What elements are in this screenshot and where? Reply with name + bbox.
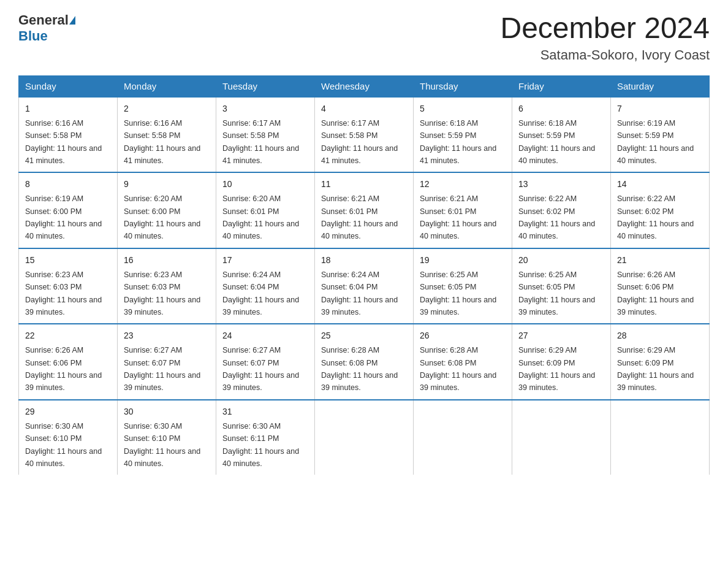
calendar-cell: 28Sunrise: 6:29 AMSunset: 6:09 PMDayligh… (611, 324, 710, 400)
day-info: Sunrise: 6:28 AMSunset: 6:08 PMDaylight:… (321, 346, 398, 392)
day-number: 24 (222, 329, 308, 342)
day-number: 8 (25, 178, 111, 191)
calendar-cell: 4Sunrise: 6:17 AMSunset: 5:58 PMDaylight… (315, 97, 414, 173)
column-header-thursday: Thursday (414, 75, 512, 97)
day-number: 1 (25, 102, 111, 115)
week-row-4: 22Sunrise: 6:26 AMSunset: 6:06 PMDayligh… (19, 324, 710, 400)
day-number: 11 (321, 178, 407, 191)
month-title: December 2024 (500, 12, 710, 45)
day-number: 16 (124, 254, 210, 267)
day-info: Sunrise: 6:25 AMSunset: 6:05 PMDaylight:… (420, 270, 496, 316)
day-info: Sunrise: 6:24 AMSunset: 6:04 PMDaylight:… (321, 270, 398, 316)
calendar-cell: 13Sunrise: 6:22 AMSunset: 6:02 PMDayligh… (512, 172, 611, 248)
day-info: Sunrise: 6:16 AMSunset: 5:58 PMDaylight:… (25, 119, 102, 165)
day-info: Sunrise: 6:30 AMSunset: 6:11 PMDaylight:… (222, 422, 299, 468)
column-header-friday: Friday (512, 75, 611, 97)
day-number: 6 (518, 102, 604, 115)
week-row-2: 8Sunrise: 6:19 AMSunset: 6:00 PMDaylight… (19, 172, 710, 248)
calendar-cell: 26Sunrise: 6:28 AMSunset: 6:08 PMDayligh… (414, 324, 512, 400)
day-info: Sunrise: 6:27 AMSunset: 6:07 PMDaylight:… (124, 346, 200, 392)
calendar-cell: 16Sunrise: 6:23 AMSunset: 6:03 PMDayligh… (118, 248, 216, 324)
day-number: 15 (25, 254, 111, 267)
day-info: Sunrise: 6:19 AMSunset: 6:00 PMDaylight:… (25, 194, 102, 240)
logo-blue-text: Blue (18, 28, 48, 44)
calendar-cell: 14Sunrise: 6:22 AMSunset: 6:02 PMDayligh… (611, 172, 710, 248)
day-number: 4 (321, 102, 407, 115)
calendar-cell: 22Sunrise: 6:26 AMSunset: 6:06 PMDayligh… (19, 324, 118, 400)
column-header-sunday: Sunday (19, 75, 118, 97)
day-number: 26 (420, 329, 506, 342)
calendar-cell: 15Sunrise: 6:23 AMSunset: 6:03 PMDayligh… (19, 248, 118, 324)
calendar-cell: 8Sunrise: 6:19 AMSunset: 6:00 PMDaylight… (19, 172, 118, 248)
day-info: Sunrise: 6:26 AMSunset: 6:06 PMDaylight:… (617, 270, 694, 316)
day-number: 21 (617, 254, 703, 267)
calendar-cell: 17Sunrise: 6:24 AMSunset: 6:04 PMDayligh… (216, 248, 315, 324)
day-info: Sunrise: 6:16 AMSunset: 5:58 PMDaylight:… (124, 119, 200, 165)
day-number: 30 (124, 405, 210, 418)
calendar-cell: 10Sunrise: 6:20 AMSunset: 6:01 PMDayligh… (216, 172, 315, 248)
week-row-5: 29Sunrise: 6:30 AMSunset: 6:10 PMDayligh… (19, 400, 710, 475)
calendar-cell (512, 400, 611, 475)
column-header-monday: Monday (118, 75, 216, 97)
calendar-cell: 3Sunrise: 6:17 AMSunset: 5:58 PMDaylight… (216, 97, 315, 173)
logo-arrow-icon (69, 16, 75, 25)
day-number: 22 (25, 329, 111, 342)
day-info: Sunrise: 6:30 AMSunset: 6:10 PMDaylight:… (25, 422, 102, 468)
day-number: 10 (222, 178, 308, 191)
logo-general-text: General (18, 12, 69, 28)
calendar-cell: 5Sunrise: 6:18 AMSunset: 5:59 PMDaylight… (414, 97, 512, 173)
calendar-cell: 12Sunrise: 6:21 AMSunset: 6:01 PMDayligh… (414, 172, 512, 248)
day-number: 14 (617, 178, 703, 191)
day-info: Sunrise: 6:28 AMSunset: 6:08 PMDaylight:… (420, 346, 496, 392)
column-header-saturday: Saturday (611, 75, 710, 97)
location-label: Satama-Sokoro, Ivory Coast (500, 47, 710, 63)
day-info: Sunrise: 6:21 AMSunset: 6:01 PMDaylight:… (321, 194, 398, 240)
day-info: Sunrise: 6:20 AMSunset: 6:01 PMDaylight:… (222, 194, 299, 240)
calendar-cell: 6Sunrise: 6:18 AMSunset: 5:59 PMDaylight… (512, 97, 611, 173)
day-number: 12 (420, 178, 506, 191)
day-number: 20 (518, 254, 604, 267)
calendar-cell (611, 400, 710, 475)
day-info: Sunrise: 6:20 AMSunset: 6:00 PMDaylight:… (124, 194, 200, 240)
day-number: 2 (124, 102, 210, 115)
day-number: 31 (222, 405, 308, 418)
day-info: Sunrise: 6:26 AMSunset: 6:06 PMDaylight:… (25, 346, 102, 392)
day-number: 9 (124, 178, 210, 191)
calendar-cell: 9Sunrise: 6:20 AMSunset: 6:00 PMDaylight… (118, 172, 216, 248)
day-number: 7 (617, 102, 703, 115)
day-info: Sunrise: 6:29 AMSunset: 6:09 PMDaylight:… (518, 346, 595, 392)
calendar-cell: 23Sunrise: 6:27 AMSunset: 6:07 PMDayligh… (118, 324, 216, 400)
day-info: Sunrise: 6:17 AMSunset: 5:58 PMDaylight:… (321, 119, 398, 165)
day-number: 18 (321, 254, 407, 267)
day-info: Sunrise: 6:23 AMSunset: 6:03 PMDaylight:… (124, 270, 200, 316)
day-number: 28 (617, 329, 703, 342)
week-row-3: 15Sunrise: 6:23 AMSunset: 6:03 PMDayligh… (19, 248, 710, 324)
calendar-cell: 24Sunrise: 6:27 AMSunset: 6:07 PMDayligh… (216, 324, 315, 400)
day-number: 5 (420, 102, 506, 115)
day-number: 27 (518, 329, 604, 342)
day-info: Sunrise: 6:29 AMSunset: 6:09 PMDaylight:… (617, 346, 694, 392)
day-number: 25 (321, 329, 407, 342)
day-info: Sunrise: 6:24 AMSunset: 6:04 PMDaylight:… (222, 270, 299, 316)
calendar-cell: 7Sunrise: 6:19 AMSunset: 5:59 PMDaylight… (611, 97, 710, 173)
day-info: Sunrise: 6:19 AMSunset: 5:59 PMDaylight:… (617, 119, 694, 165)
calendar-cell: 21Sunrise: 6:26 AMSunset: 6:06 PMDayligh… (611, 248, 710, 324)
calendar-cell (315, 400, 414, 475)
calendar-cell: 27Sunrise: 6:29 AMSunset: 6:09 PMDayligh… (512, 324, 611, 400)
day-info: Sunrise: 6:30 AMSunset: 6:10 PMDaylight:… (124, 422, 200, 468)
calendar-table: SundayMondayTuesdayWednesdayThursdayFrid… (18, 75, 710, 475)
calendar-cell: 11Sunrise: 6:21 AMSunset: 6:01 PMDayligh… (315, 172, 414, 248)
page-header: General Blue December 2024 Satama-Sokoro… (18, 12, 710, 63)
column-header-tuesday: Tuesday (216, 75, 315, 97)
day-info: Sunrise: 6:25 AMSunset: 6:05 PMDaylight:… (518, 270, 595, 316)
day-number: 19 (420, 254, 506, 267)
day-number: 13 (518, 178, 604, 191)
day-info: Sunrise: 6:18 AMSunset: 5:59 PMDaylight:… (420, 119, 496, 165)
day-info: Sunrise: 6:21 AMSunset: 6:01 PMDaylight:… (420, 194, 496, 240)
day-info: Sunrise: 6:18 AMSunset: 5:59 PMDaylight:… (518, 119, 595, 165)
calendar-body: 1Sunrise: 6:16 AMSunset: 5:58 PMDaylight… (19, 97, 710, 475)
day-number: 29 (25, 405, 111, 418)
title-block: December 2024 Satama-Sokoro, Ivory Coast (500, 12, 710, 63)
day-info: Sunrise: 6:27 AMSunset: 6:07 PMDaylight:… (222, 346, 299, 392)
calendar-cell: 31Sunrise: 6:30 AMSunset: 6:11 PMDayligh… (216, 400, 315, 475)
